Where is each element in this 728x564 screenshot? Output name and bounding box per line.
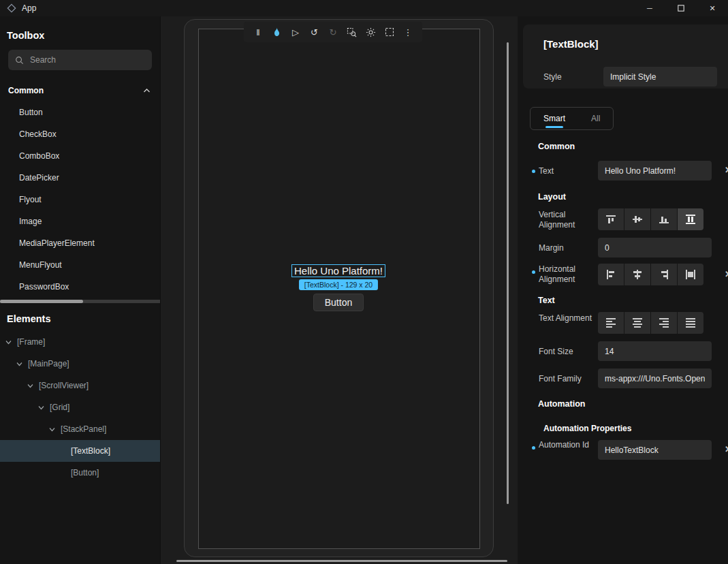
search-icon [15,56,24,65]
tree-item-scrollviewer[interactable]: [ScrollViewer] [0,375,160,396]
toolbox-item-flyout[interactable]: Flyout [0,189,160,210]
binding-icon[interactable]: ✕ [725,165,728,175]
tree-item-label: [TextBlock] [71,446,110,456]
canvas-vertical-scrollbar[interactable] [507,42,509,504]
margin-label: Margin [539,243,564,253]
tree-item-label: [MainPage] [28,359,69,369]
toolbox-item-checkbox[interactable]: CheckBox [0,123,160,145]
toolbox-search[interactable] [8,50,152,70]
chevron-down-icon[interactable] [16,362,23,366]
chevron-up-icon [143,88,151,93]
maximize-button[interactable] [665,0,697,16]
automation-id-input[interactable] [598,440,712,460]
text-input[interactable] [598,161,712,181]
toolbox-item-mediaplayerelement[interactable]: MediaPlayerElement [0,232,160,254]
toolbox-title: Toolbox [7,30,153,41]
tree-item-grid[interactable]: [Grid] [0,396,160,418]
text-align-justify-button[interactable] [678,312,703,334]
align-right-button[interactable] [651,264,677,285]
tab-all[interactable]: All [578,108,613,129]
inspector-header: [TextBlock] Style [523,25,728,89]
align-left-button[interactable] [598,264,624,285]
tree-item-label: [Button] [71,468,99,477]
toolbox-item-button[interactable]: Button [0,101,160,123]
canvas-button[interactable]: Button [313,294,364,311]
font-size-label: Font Size [539,347,573,357]
font-family-input[interactable] [598,369,712,388]
tab-smart[interactable]: Smart [531,108,578,129]
hot-design-flame-icon[interactable] [270,25,284,39]
toolbox-scrollbar[interactable] [0,300,160,303]
modified-dot-icon [532,270,535,274]
align-hcenter-button[interactable] [624,264,650,285]
tree-item-label: [Frame] [17,337,45,347]
align-vcenter-button[interactable] [624,208,650,230]
theme-sun-icon[interactable] [364,25,377,39]
modified-dot-icon [532,446,535,450]
inspect-element-icon[interactable] [345,25,359,39]
app-logo-icon [7,3,16,13]
binding-icon[interactable]: ✕ [725,444,728,454]
style-input[interactable] [603,67,717,87]
minimize-button[interactable]: ─ [634,0,665,16]
text-align-left-button[interactable] [598,312,624,334]
design-canvas: ‖ ▷ ↺ ↻ ⋮ Hello Uno Platform! [TextBlock… [161,16,518,564]
binding-icon[interactable]: ✕ [725,269,728,279]
font-size-input[interactable] [598,341,712,361]
toolbox-item-image[interactable]: Image [0,210,160,232]
canvas-horizontal-scrollbar[interactable] [176,560,507,562]
undo-icon[interactable]: ↺ [308,25,321,39]
modified-dot-icon [532,170,535,173]
align-hcenter-icon [632,269,643,280]
toolbox-scrollbar-thumb[interactable] [0,300,83,303]
tree-item-mainpage[interactable]: [MainPage] [0,353,160,375]
elements-title: Elements [7,313,153,324]
chevron-down-icon[interactable] [5,340,12,345]
align-bottom-icon [659,214,669,225]
group-title-automation: Automation [538,399,585,409]
redo-icon[interactable]: ↻ [326,25,340,39]
toolbox-item-combobox[interactable]: ComboBox [0,145,160,167]
play-icon[interactable]: ▷ [289,25,302,39]
style-label: Style [543,72,562,82]
tree-item-label: [StackPanel] [61,424,106,434]
text-align-right-button[interactable] [651,312,677,334]
align-top-button[interactable] [598,208,624,230]
inspector-tabs: Smart All [530,107,614,130]
stretch-vertical-icon [685,214,696,225]
chevron-down-icon[interactable] [38,405,45,410]
margin-input[interactable] [598,238,712,257]
align-bottom-button[interactable] [651,208,677,230]
toolbox-item-datepicker[interactable]: DatePicker [0,167,160,189]
tree-item-button[interactable]: [Button] [0,462,160,484]
search-input[interactable] [30,55,145,65]
font-family-label: Font Family [539,374,582,384]
more-menu-icon[interactable]: ⋮ [401,25,415,39]
selection-badge: [TextBlock] - 129 x 20 [299,279,378,290]
window-controls: ─ ✕ [634,0,728,16]
tree-item-textblock[interactable]: [TextBlock] [0,440,160,462]
tree-item-stackpanel[interactable]: [StackPanel] [0,418,160,440]
align-top-icon [605,214,616,225]
tree-item-label: [ScrollViewer] [39,381,89,390]
tree-item-frame[interactable]: [Frame] [0,331,160,353]
chevron-down-icon[interactable] [27,383,34,388]
bounds-outline-icon[interactable] [383,25,396,39]
toolbox-item-passwordbox[interactable]: PasswordBox [0,276,160,298]
toolbox-section-common[interactable]: Common [0,82,160,99]
close-button[interactable]: ✕ [697,0,728,16]
text-align-right-icon [659,317,669,328]
group-title-text: Text [538,296,555,305]
toolbox-item-menuflyout[interactable]: MenuFlyout [0,254,160,276]
canvas-content: Hello Uno Platform! [TextBlock] - 129 x … [291,264,385,311]
text-align-center-button[interactable] [624,312,650,334]
chevron-down-icon[interactable] [49,427,56,432]
canvas-textblock[interactable]: Hello Uno Platform! [291,264,385,277]
designer-toolbar: ‖ ▷ ↺ ↻ ⋮ [244,22,422,42]
stretch-horizontal-button[interactable] [678,264,703,285]
grip-icon[interactable]: ‖ [251,25,265,39]
titlebar: App ─ ✕ [0,0,728,16]
stretch-vertical-button[interactable] [678,208,703,230]
align-right-icon [659,269,669,280]
tree-item-label: [Grid] [50,403,69,412]
